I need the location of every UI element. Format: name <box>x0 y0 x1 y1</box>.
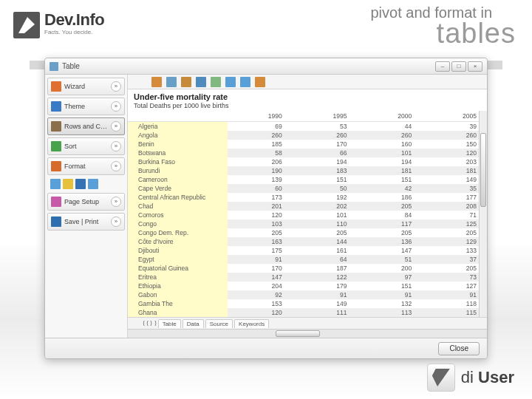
data-cell[interactable]: 113 <box>358 308 423 317</box>
row-label-cell[interactable]: Chad <box>128 202 228 211</box>
data-cell[interactable]: 136 <box>358 237 423 246</box>
format-mini-icon[interactable] <box>75 179 86 189</box>
row-label-cell[interactable]: Ghana <box>128 308 228 317</box>
table-row[interactable]: Benin185170160150 <box>128 140 487 149</box>
vertical-scroll-thumb[interactable] <box>480 133 486 207</box>
table-row[interactable]: Gabon92919191 <box>128 290 487 299</box>
data-grid[interactable]: 1990199520002005 Algeria69534439Angola26… <box>128 111 487 317</box>
data-cell[interactable]: 205 <box>358 228 423 237</box>
row-label-cell[interactable]: Cameroon <box>128 175 228 184</box>
data-cell[interactable]: 66 <box>293 149 358 157</box>
column-header[interactable]: 2005 <box>422 111 487 122</box>
data-cell[interactable]: 205 <box>422 264 487 273</box>
table-row[interactable]: Central African Republic173192186177 <box>128 193 487 202</box>
horizontal-scroll-thumb[interactable] <box>276 330 320 337</box>
toolbar-button[interactable] <box>225 77 236 87</box>
expand-icon[interactable]: » <box>111 141 121 151</box>
vertical-scrollbar[interactable] <box>479 111 487 317</box>
data-cell[interactable]: 208 <box>422 202 487 211</box>
data-cell[interactable]: 51 <box>358 255 423 264</box>
row-label-cell[interactable]: Burundi <box>128 166 228 175</box>
data-cell[interactable]: 260 <box>422 131 487 140</box>
table-row[interactable]: Burundi190183181181 <box>128 166 487 175</box>
data-cell[interactable]: 179 <box>293 282 358 290</box>
toolbar-button[interactable] <box>166 77 177 87</box>
data-cell[interactable]: 170 <box>293 140 358 149</box>
data-cell[interactable]: 161 <box>293 246 358 255</box>
table-row[interactable]: Equatorial Guinea170187200205 <box>128 264 487 273</box>
data-cell[interactable]: 187 <box>293 264 358 273</box>
data-cell[interactable]: 117 <box>358 219 423 228</box>
data-cell[interactable]: 125 <box>422 219 487 228</box>
data-cell[interactable]: 122 <box>293 273 358 282</box>
data-cell[interactable]: 71 <box>422 211 487 219</box>
sidebar-item-wizard[interactable]: Wizard» <box>47 78 125 95</box>
row-label-cell[interactable]: Djibouti <box>128 246 228 255</box>
column-header[interactable]: 2000 <box>358 111 423 122</box>
data-cell[interactable]: 185 <box>228 140 293 149</box>
data-cell[interactable]: 260 <box>293 131 358 140</box>
data-cell[interactable]: 192 <box>293 193 358 202</box>
data-cell[interactable]: 147 <box>358 246 423 255</box>
row-label-cell[interactable]: Gabon <box>128 290 228 299</box>
row-label-cell[interactable]: Burkina Faso <box>128 157 228 166</box>
data-cell[interactable]: 132 <box>358 299 423 308</box>
format-mini-icon[interactable] <box>88 179 98 189</box>
data-cell[interactable]: 170 <box>228 264 293 273</box>
maximize-button[interactable]: □ <box>451 61 466 72</box>
toolbar-button[interactable] <box>196 77 206 87</box>
data-cell[interactable]: 173 <box>228 193 293 202</box>
data-cell[interactable]: 147 <box>228 273 293 282</box>
row-label-cell[interactable]: Benin <box>128 140 228 149</box>
data-cell[interactable]: 39 <box>422 122 487 132</box>
data-cell[interactable]: 60 <box>228 184 293 193</box>
data-cell[interactable]: 44 <box>358 122 423 132</box>
data-cell[interactable]: 206 <box>228 157 293 166</box>
tab-table[interactable]: Table <box>158 319 181 328</box>
data-cell[interactable]: 205 <box>422 228 487 237</box>
table-row[interactable]: Eritrea1471229773 <box>128 273 487 282</box>
format-mini-icon[interactable] <box>63 179 73 189</box>
row-label-cell[interactable]: Gambia The <box>128 299 228 308</box>
table-row[interactable]: Congo Dem. Rep.205205205205 <box>128 228 487 237</box>
table-row[interactable]: Egypt91645137 <box>128 255 487 264</box>
data-cell[interactable]: 153 <box>228 299 293 308</box>
row-label-cell[interactable]: Cape Verde <box>128 184 228 193</box>
row-label-cell[interactable]: Central African Republic <box>128 193 228 202</box>
table-row[interactable]: Algeria69534439 <box>128 122 487 132</box>
data-cell[interactable]: 149 <box>422 175 487 184</box>
data-cell[interactable]: 58 <box>228 149 293 157</box>
data-cell[interactable]: 139 <box>228 175 293 184</box>
data-cell[interactable]: 91 <box>293 290 358 299</box>
data-cell[interactable]: 203 <box>422 157 487 166</box>
data-cell[interactable]: 101 <box>293 211 358 219</box>
data-cell[interactable]: 42 <box>358 184 423 193</box>
row-label-cell[interactable]: Côte d'Ivoire <box>128 237 228 246</box>
table-row[interactable]: Congo103110117125 <box>128 219 487 228</box>
data-cell[interactable]: 205 <box>228 228 293 237</box>
toolbar-button[interactable] <box>211 77 221 87</box>
close-button[interactable]: Close <box>438 342 480 355</box>
toolbar-button[interactable] <box>255 77 265 87</box>
table-row[interactable]: Côte d'Ivoire163144136129 <box>128 237 487 246</box>
row-label-cell[interactable]: Congo Dem. Rep. <box>128 228 228 237</box>
data-cell[interactable]: 133 <box>422 246 487 255</box>
data-cell[interactable]: 151 <box>358 175 423 184</box>
data-cell[interactable]: 103 <box>228 219 293 228</box>
format-mini-icon[interactable] <box>50 179 61 189</box>
data-cell[interactable]: 111 <box>293 308 358 317</box>
sidebar-item-page-setup[interactable]: Page Setup» <box>47 193 125 211</box>
table-row[interactable]: Djibouti175161147133 <box>128 246 487 255</box>
table-row[interactable]: Burkina Faso206194194203 <box>128 157 487 166</box>
data-cell[interactable]: 129 <box>422 237 487 246</box>
table-row[interactable]: Ethiopia204179151127 <box>128 282 487 290</box>
row-label-cell[interactable]: Egypt <box>128 255 228 264</box>
expand-icon[interactable]: » <box>111 101 121 112</box>
data-cell[interactable]: 151 <box>358 282 423 290</box>
toolbar-button[interactable] <box>240 77 250 87</box>
sidebar-item-rows-and-colu-[interactable]: Rows and Colu…» <box>47 117 125 135</box>
data-cell[interactable]: 181 <box>358 166 423 175</box>
data-cell[interactable]: 37 <box>422 255 487 264</box>
data-cell[interactable]: 91 <box>358 290 423 299</box>
data-cell[interactable]: 120 <box>422 149 487 157</box>
